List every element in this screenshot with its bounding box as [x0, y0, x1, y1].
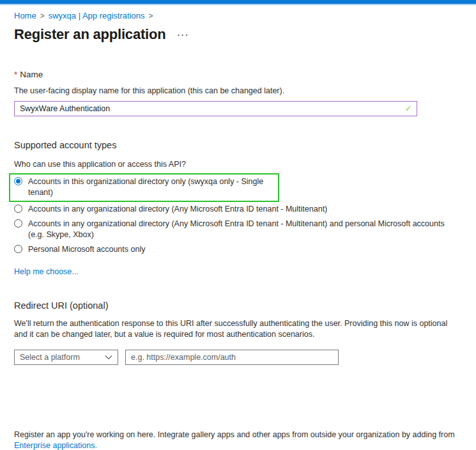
- account-type-option-multitenant-personal[interactable]: Accounts in any organizational directory…: [14, 217, 462, 242]
- redirect-uri-controls: Select a platform: [14, 350, 462, 365]
- name-field-label: *Name: [14, 70, 462, 79]
- name-field-description: The user-facing display name for this ap…: [14, 86, 462, 95]
- platform-select-value: Select a platform: [20, 353, 80, 362]
- radio-label: Accounts in any organizational directory…: [28, 204, 327, 215]
- annotation-highlight-box: Accounts in this organizational director…: [9, 173, 279, 202]
- account-types-question: Who can use this application or access t…: [14, 160, 462, 169]
- redirect-uri-input[interactable]: [125, 350, 339, 365]
- page-title: Register an application: [14, 26, 165, 43]
- breadcrumb-separator: >: [149, 12, 153, 20]
- radio-button[interactable]: [14, 219, 22, 228]
- radio-label: Accounts in this organizational director…: [28, 176, 274, 198]
- blade-content: Home>swyxqa | App registrations> Registe…: [0, 11, 476, 450]
- footer-info-text: Register an app you're working on here. …: [14, 430, 462, 450]
- breadcrumb-app-registrations-link[interactable]: swyxqa | App registrations: [49, 11, 145, 20]
- radio-label: Accounts in any organizational directory…: [28, 219, 450, 240]
- name-label-text: Name: [20, 70, 43, 79]
- chevron-down-icon: [105, 355, 112, 360]
- help-me-choose-link[interactable]: Help me choose...: [14, 267, 79, 276]
- top-accent-bar-shadow: [0, 4, 476, 5]
- breadcrumb-home-link[interactable]: Home: [14, 11, 36, 20]
- account-types-radio-group: Accounts in this organizational director…: [14, 173, 462, 257]
- redirect-uri-description: We'll return the authentication response…: [14, 318, 462, 340]
- breadcrumb: Home>swyxqa | App registrations>: [14, 11, 462, 20]
- breadcrumb-separator: >: [40, 12, 45, 20]
- validation-checkmark-icon: ✓: [405, 104, 412, 113]
- radio-button[interactable]: [14, 205, 22, 213]
- supported-account-types-heading: Supported account types: [14, 140, 462, 150]
- name-input-wrap: ✓: [14, 101, 417, 116]
- title-row: Register an application ···: [14, 26, 462, 43]
- account-type-option-multitenant[interactable]: Accounts in any organizational directory…: [14, 202, 462, 217]
- required-asterisk: *: [14, 70, 17, 79]
- account-type-option-personal-only[interactable]: Personal Microsoft accounts only: [14, 242, 462, 257]
- more-options-icon[interactable]: ···: [177, 30, 189, 40]
- account-type-option-single-tenant[interactable]: Accounts in this organizational director…: [14, 175, 274, 199]
- name-input[interactable]: [14, 101, 417, 116]
- radio-button-selected[interactable]: [14, 177, 22, 185]
- radio-button[interactable]: [14, 245, 22, 253]
- footer-info-static: Register an app you're working on here. …: [14, 430, 455, 439]
- enterprise-applications-link[interactable]: Enterprise applications.: [14, 441, 97, 450]
- platform-select-dropdown[interactable]: Select a platform: [14, 350, 118, 365]
- redirect-uri-heading: Redirect URI (optional): [14, 300, 462, 311]
- radio-label: Personal Microsoft accounts only: [28, 244, 145, 255]
